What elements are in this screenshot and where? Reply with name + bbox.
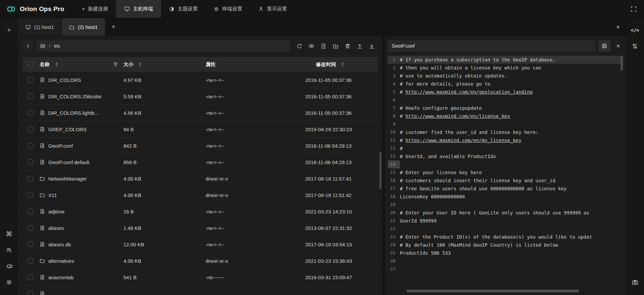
editor-link[interactable]: http://www.maxmind.com/en/geolocation_la… bbox=[406, 89, 533, 95]
editor-link[interactable]: http://www.maxmind.com/en/license_key bbox=[406, 113, 510, 119]
menu-item-host-terminal[interactable]: 主机终端 bbox=[116, 0, 161, 18]
editor-line[interactable]: 19 bbox=[388, 201, 623, 209]
table-row[interactable]: adjtime 16 B -rw-r--r-- 2021-03-23 14:23… bbox=[23, 203, 378, 220]
sort-name-control[interactable] bbox=[55, 62, 58, 66]
editor-line[interactable]: 20 # Enter your User ID here ( GeoLite o… bbox=[388, 209, 623, 217]
editor-line[interactable]: 15 # Enter your license key here bbox=[388, 168, 623, 177]
file-name[interactable]: adjtime bbox=[48, 209, 64, 214]
editor-line[interactable]: 24 # By default 106 (MaxMind GeoIP Count… bbox=[388, 241, 623, 249]
breadcrumb[interactable]: / etc bbox=[36, 40, 290, 52]
preview-eye-icon[interactable] bbox=[305, 40, 317, 52]
editor-line[interactable]: 14 bbox=[388, 160, 623, 168]
file-name[interactable]: DIR_COLORS.256color bbox=[48, 94, 102, 99]
tab-host1-terminal[interactable]: (1) host1 bbox=[18, 18, 62, 36]
code-view-icon[interactable]: </> bbox=[629, 24, 641, 36]
editor-line[interactable]: 26 bbox=[388, 257, 623, 265]
new-tab-button[interactable]: + bbox=[105, 18, 121, 36]
editor-line[interactable]: 6 bbox=[388, 96, 623, 104]
file-name[interactable]: DIR_COLORS bbox=[48, 77, 81, 83]
editor-body[interactable]: 1 # If you purchase a subscription to th… bbox=[388, 56, 623, 295]
editor-line[interactable]: 13 # UserId, and available ProductIds bbox=[388, 152, 623, 160]
row-checkbox[interactable] bbox=[28, 110, 33, 115]
row-checkbox[interactable] bbox=[28, 242, 33, 247]
editor-line[interactable]: 3 # use to automatically obtain updates. bbox=[388, 72, 623, 80]
add-connection-button[interactable]: + bbox=[3, 24, 15, 36]
row-checkbox[interactable] bbox=[28, 258, 33, 263]
file-list-scrollbar[interactable] bbox=[379, 152, 381, 189]
file-name[interactable]: GeoIP.conf bbox=[48, 143, 73, 149]
upload-icon[interactable] bbox=[354, 40, 366, 52]
table-row[interactable]: DIR_COLORS.256color 5.59 KB -rw-r--r-- 2… bbox=[23, 88, 378, 105]
delete-trash-icon[interactable] bbox=[341, 40, 354, 52]
row-checkbox[interactable] bbox=[28, 159, 33, 165]
new-folder-icon[interactable] bbox=[329, 40, 341, 52]
users-icon[interactable] bbox=[3, 244, 15, 256]
logo-ring-icon[interactable] bbox=[3, 260, 15, 272]
editor-line[interactable]: 2 # then you will obtain a license key w… bbox=[388, 64, 623, 72]
editor-line[interactable]: 21 UserId 999999 bbox=[388, 217, 623, 225]
row-checkbox[interactable] bbox=[28, 209, 33, 214]
new-file-icon[interactable] bbox=[317, 40, 329, 52]
close-panel-icon[interactable]: × bbox=[616, 23, 620, 31]
menu-item-display-settings[interactable]: 显示设置 bbox=[250, 0, 295, 18]
fullscreen-icon[interactable] bbox=[631, 6, 637, 12]
file-name[interactable]: X11 bbox=[48, 192, 57, 198]
table-row[interactable]: DIR_COLORS.lightb... 4.56 KB -rw-r--r-- … bbox=[23, 105, 378, 121]
editor-line[interactable]: 11 # https://www.maxmind.com/en/my_licen… bbox=[388, 136, 623, 144]
table-row[interactable]: aliases 1.48 KB -rw-r--r-- 2013-06-07 22… bbox=[23, 220, 378, 236]
editor-line[interactable]: 18 LicenseKey 000000000000 bbox=[388, 193, 623, 201]
file-name[interactable]: aliases.db bbox=[48, 242, 71, 247]
table-row[interactable] bbox=[23, 286, 378, 295]
editor-line[interactable]: 8 # http://www.maxmind.com/en/license_ke… bbox=[388, 112, 623, 120]
table-row[interactable]: anacrontab 541 B -rw------- 2016-03-31 2… bbox=[23, 269, 378, 286]
table-row[interactable]: GREP_COLORS 94 B -rw-r--r-- 2015-04-29 2… bbox=[23, 121, 378, 138]
row-checkbox[interactable] bbox=[28, 291, 33, 295]
camera-icon[interactable] bbox=[629, 276, 641, 288]
editor-line[interactable]: 16 # customers should insert their licen… bbox=[388, 177, 623, 185]
editor-line[interactable]: 23 # Enter the Product ID(s) of the data… bbox=[388, 233, 623, 241]
editor-line[interactable]: 7 # HowTo configure geoipupdate bbox=[388, 104, 623, 112]
table-row[interactable]: NetworkManager 4.00 KB drwxr-xr-x 2017-0… bbox=[23, 170, 378, 187]
download-icon[interactable] bbox=[366, 40, 378, 52]
editor-vertical-scrollbar[interactable] bbox=[621, 56, 623, 70]
editor-line[interactable]: 4 # for more details, please go to bbox=[388, 80, 623, 88]
table-row[interactable]: GeoIP.conf 842 B -rw-r--r-- 2016-11-06 0… bbox=[23, 138, 378, 154]
editor-line[interactable]: 22 bbox=[388, 225, 623, 233]
file-name[interactable]: GREP_COLORS bbox=[48, 127, 87, 132]
file-name[interactable]: NetworkManager bbox=[48, 176, 87, 182]
editor-link[interactable]: https://www.maxmind.com/en/my_license_ke… bbox=[406, 138, 522, 143]
editor-line[interactable]: 17 # free GeoLite users should use 00000… bbox=[388, 185, 623, 193]
row-checkbox[interactable] bbox=[28, 143, 33, 148]
menu-item-terminal-settings[interactable]: 终端设置 bbox=[206, 0, 250, 18]
tab-host1-files[interactable]: (2) host1 bbox=[62, 18, 105, 36]
file-name[interactable]: alternatives bbox=[48, 258, 74, 264]
file-name[interactable]: anacrontab bbox=[48, 275, 73, 280]
file-name[interactable]: GeoIP.conf.default bbox=[48, 159, 89, 165]
editor-line[interactable]: 10 # customer find the user_id and licen… bbox=[388, 128, 623, 136]
editor-line[interactable]: 27 bbox=[388, 265, 623, 273]
table-row[interactable]: GeoIP.conf.default 858 B -rw-r--r-- 2016… bbox=[23, 154, 378, 170]
editor-line[interactable]: 9 bbox=[388, 120, 623, 128]
filter-icon[interactable] bbox=[113, 62, 118, 67]
select-all-checkbox[interactable] bbox=[28, 62, 33, 67]
editor-horizontal-scrollbar[interactable] bbox=[407, 290, 579, 292]
command-icon[interactable]: ⌘ bbox=[3, 228, 15, 240]
table-row[interactable]: X11 4.00 KB drwxr-xr-x 2017-08-18 11:51:… bbox=[23, 187, 378, 203]
row-checkbox[interactable] bbox=[28, 225, 33, 231]
settings-gear-icon[interactable] bbox=[3, 276, 15, 288]
table-row[interactable]: alternatives 4.00 KB drwxr-xr-x 2021-03-… bbox=[23, 253, 378, 269]
table-row[interactable]: DIR_COLORS 4.97 KB -rw-r--r-- 2016-11-05… bbox=[23, 72, 378, 88]
sort-mtime-control[interactable] bbox=[341, 62, 344, 66]
row-checkbox[interactable] bbox=[28, 275, 33, 280]
row-checkbox[interactable] bbox=[28, 77, 33, 83]
row-checkbox[interactable] bbox=[28, 176, 33, 181]
menu-item-theme-settings[interactable]: 主题设置 bbox=[161, 0, 206, 18]
editor-line[interactable]: 1 # If you purchase a subscription to th… bbox=[388, 56, 623, 64]
row-checkbox[interactable] bbox=[28, 94, 33, 99]
file-name[interactable]: aliases bbox=[48, 225, 64, 231]
editor-line[interactable]: 25 ProductIds 506 533 bbox=[388, 249, 623, 257]
table-row[interactable]: aliases.db 12.00 KB -rw-r--r-- 2017-08-1… bbox=[23, 236, 378, 253]
menu-item-new-connection[interactable]: + 新建连接 bbox=[73, 0, 116, 18]
editor-line[interactable]: 5 # http://www.maxmind.com/en/geolocatio… bbox=[388, 88, 623, 96]
editor-line[interactable]: 12 # bbox=[388, 144, 623, 152]
